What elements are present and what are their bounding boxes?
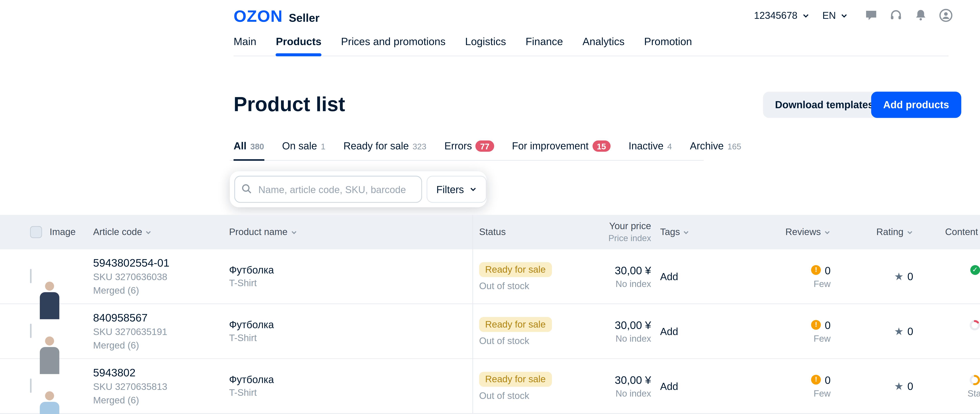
star-icon: ★ [894,381,904,392]
tab-label: For improvement [512,140,589,152]
product-name-sub: T-Shirt [229,387,479,398]
table-row: 840958567 SKU 3270635191 Merged (6) Футб… [0,304,980,359]
nav-item-prices-and-promotions[interactable]: Prices and promotions [341,35,446,47]
status-badge: Ready for sale [479,371,552,387]
stock-status: Out of stock [479,280,584,291]
column-header-article-code[interactable]: Article code [93,227,229,237]
tab-archive[interactable]: Archive 165 [690,140,741,152]
content-rating-low-icon [969,320,980,330]
column-header-reviews[interactable]: Reviews [751,227,834,237]
nav-item-finance[interactable]: Finance [525,35,563,47]
column-header-rating[interactable]: Rating [834,227,916,237]
star-icon: ★ [894,271,904,282]
price-value[interactable]: 30,00 ¥ [584,264,651,276]
content-rating-standard-icon [969,374,980,385]
tab-errors[interactable]: Errors 77 [444,140,494,152]
reviews-warning-icon: ! [811,265,821,275]
status-badge: Ready for sale [479,317,552,332]
chevron-down-icon [469,185,477,193]
merged-link[interactable]: Merged (6) [93,285,229,296]
price-index: No index [584,333,651,344]
reviews-count: 0 [825,374,830,385]
tab-inactive[interactable]: Inactive 4 [628,140,672,152]
select-all-checkbox[interactable] [30,226,42,238]
add-tag-link[interactable]: Add [660,271,678,282]
chat-icon[interactable] [864,8,879,22]
tab-all[interactable]: All 380 [234,140,264,152]
reviews-note: Few [751,388,830,398]
support-headset-icon[interactable] [888,8,904,22]
chevron-down-icon [824,229,830,236]
merged-link[interactable]: Merged (6) [93,340,229,351]
stock-status: Out of stock [479,335,584,346]
rating-value: 0 [907,380,913,392]
article-code[interactable]: 5943802554-01 [93,257,229,269]
page-title: Product list [234,93,345,116]
profile-icon[interactable] [938,8,953,22]
tab-label: All [234,140,247,152]
star-icon: ★ [894,326,904,337]
account-id-dropdown[interactable]: 12345678 [754,10,810,21]
status-tabs: All 380 On sale 1 Ready for sale 323 Err… [230,140,704,161]
reviews-note: Few [751,333,830,344]
reviews-warning-icon: ! [811,320,821,330]
nav-item-main[interactable]: Main [234,35,256,47]
column-header-tags[interactable]: Tags [654,227,751,237]
download-templates-button[interactable]: Download templates [763,92,886,118]
content-rating-high-icon: ✓ [970,265,980,275]
add-tag-link[interactable]: Add [660,381,678,392]
rating-value: 0 [907,270,913,282]
brand-logo: OZON Seller [234,7,320,26]
sku: SKU 3270635813 [93,381,229,392]
language-dropdown[interactable]: EN [822,10,848,21]
nav-item-promotion[interactable]: Promotion [644,35,692,47]
tab-count: 323 [412,142,426,151]
row-checkbox[interactable] [30,379,32,393]
seller-label: Seller [289,11,320,24]
tab-label: Ready for sale [344,140,409,152]
chevron-down-icon [291,229,297,236]
tab-label: Inactive [628,140,663,152]
main-nav: Main Products Prices and promotions Logi… [234,35,949,56]
tab-count: 380 [250,142,264,151]
price-value[interactable]: 30,00 ¥ [584,319,651,331]
price-value[interactable]: 30,00 ¥ [584,374,651,385]
column-header-content-rating: Content rating [916,227,980,237]
product-name[interactable]: Футболка [229,264,479,275]
price-index: No index [584,388,651,398]
tab-count-badge: 77 [476,140,494,152]
product-table: Image Article code Product name Status Y… [0,215,980,414]
row-checkbox[interactable] [30,269,32,283]
chevron-down-icon [683,229,690,236]
merged-link[interactable]: Merged (6) [93,395,229,406]
search-input[interactable] [234,176,422,203]
product-name[interactable]: Футболка [229,374,479,385]
tab-label: Errors [444,140,472,152]
column-header-your-price: Your price Price index [584,220,654,244]
product-name[interactable]: Футболка [229,319,479,330]
reviews-warning-icon: ! [811,375,821,385]
add-tag-link[interactable]: Add [660,326,678,337]
product-name-sub: T-Shirt [229,333,479,343]
nav-item-products[interactable]: Products [276,35,321,47]
notifications-bell-icon[interactable] [913,8,928,22]
tab-label: On sale [282,140,317,152]
row-checkbox[interactable] [30,324,32,338]
table-row: 5943802 SKU 3270635813 Merged (6) Футбол… [0,359,980,414]
article-code[interactable]: 840958567 [93,312,229,324]
filters-button[interactable]: Filters [426,176,487,203]
column-header-product-name[interactable]: Product name [229,227,479,237]
tab-for-improvement[interactable]: For improvement 15 [512,140,611,152]
add-products-button[interactable]: Add products [871,92,961,118]
nav-item-logistics[interactable]: Logistics [465,35,506,47]
status-badge: Ready for sale [479,262,552,277]
filters-label: Filters [436,184,464,195]
nav-item-analytics[interactable]: Analytics [582,35,625,47]
tab-on-sale[interactable]: On sale 1 [282,140,325,152]
column-header-image: Image [49,227,93,237]
reviews-count: 0 [825,319,830,331]
tab-ready-for-sale[interactable]: Ready for sale 323 [344,140,426,152]
reviews-count: 0 [825,264,830,276]
article-code[interactable]: 5943802 [93,366,229,379]
tab-count: 1 [321,142,325,151]
